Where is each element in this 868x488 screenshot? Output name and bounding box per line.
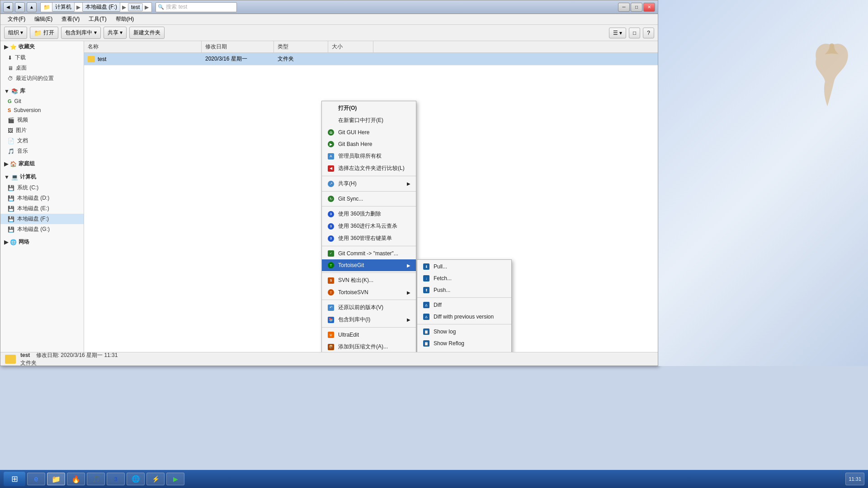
ctx-svn-checkout[interactable]: S SVN 检出(K)... (322, 274, 416, 286)
taskbar-app3[interactable]: ▶ (166, 473, 184, 485)
ctx-include-library[interactable]: 📚 包含到库中(I) ▶ (322, 314, 416, 326)
col-name[interactable]: 名称 (84, 41, 202, 52)
ctx-compress[interactable]: 📦 添加到压缩文件(A)... (322, 341, 416, 352)
menu-help[interactable]: 帮助(H) (111, 14, 139, 24)
search-bar[interactable]: 🔍 搜索 test (156, 2, 237, 12)
taskbar-browser1[interactable]: 🔥 (67, 473, 85, 485)
taskbar-music[interactable]: 🎵 (87, 473, 105, 485)
sidebar-item-desktop[interactable]: 🖥 桌面 (0, 63, 84, 73)
forward-button[interactable]: ▶ (15, 2, 25, 12)
library-arrow: ▶ (407, 317, 410, 322)
tg-browse-references[interactable]: 🔍 Show Reflog (417, 349, 511, 352)
ctx-git-commit[interactable]: ✓ Git Commit -> "master"... (322, 248, 416, 259)
ctx-sep-2 (322, 191, 416, 192)
ctx-360-manage[interactable]: 3 使用 360管理右键菜单 (322, 232, 416, 244)
computer-icon: 💻 (11, 174, 18, 180)
sidebar-item-drive-d[interactable]: 💾 本地磁盘 (D:) (0, 193, 84, 203)
organize-button[interactable]: 组织 ▾ (4, 27, 27, 39)
sidebar-item-drive-g[interactable]: 💾 本地磁盘 (G:) (0, 224, 84, 235)
open-icon: 📁 (34, 29, 42, 37)
sidebar-library-header[interactable]: ▼ 📚 库 (0, 85, 84, 97)
ctx-open-new-window[interactable]: 在新窗口中打开(E) (322, 114, 416, 127)
new-folder-button[interactable]: 新建文件夹 (129, 27, 165, 39)
help-button[interactable]: ? (643, 28, 654, 38)
taskbar-ie[interactable]: e (27, 473, 45, 485)
sidebar-item-drive-c[interactable]: 💾 系统 (C:) (0, 183, 84, 193)
close-button[interactable]: ✕ (643, 3, 655, 12)
ctx-admin[interactable]: A 管理员取得所有权 (322, 150, 416, 162)
ctx-compare-left[interactable]: ◀ 选择左边文件夹进行比较(L) (322, 162, 416, 174)
taskbar-explorer-active[interactable]: 📁 (47, 473, 65, 485)
include-library-button[interactable]: 包含到库中 ▾ (61, 27, 100, 39)
sidebar-section-computer: ▼ 💻 计算机 💾 系统 (C:) 💾 本地磁盘 (D:) 💾 本地磁盘 (E:… (0, 171, 84, 235)
address-bar[interactable]: 📁 计算机 ▶ 本地磁盘 (F:) ▶ test ▶ (40, 2, 152, 12)
breadcrumb-computer[interactable]: 计算机 (52, 2, 75, 12)
ctx-sep-5 (322, 272, 416, 273)
status-type: 文件夹 (20, 359, 118, 367)
maximize-button[interactable]: □ (631, 3, 642, 12)
ctx-open[interactable]: 打开(O) (322, 102, 416, 114)
ctx-360-scan[interactable]: 3 使用 360进行木马云查杀 (322, 220, 416, 232)
sidebar-item-videos[interactable]: 🎬 视频 (0, 115, 84, 125)
sidebar-computer-header[interactable]: ▼ 💻 计算机 (0, 171, 84, 183)
ctx-restore-prev[interactable]: ↶ 还原以前的版本(V) (322, 301, 416, 314)
taskbar-clock[interactable]: 11:31 (845, 473, 864, 485)
ctx-git-gui[interactable]: G Git GUI Here (322, 127, 416, 138)
ctx-git-bash[interactable]: ▶ Git Bash Here (322, 138, 416, 150)
file-row-test[interactable]: test 2020/3/16 星期一 文件夹 (84, 53, 658, 66)
view-list-button[interactable]: ☰ ▾ (609, 28, 626, 38)
ultraedit-icon: U (327, 331, 335, 338)
ctx-git-sync[interactable]: ↻ Git Sync... (322, 193, 416, 205)
video-icon: 🎬 (8, 117, 14, 123)
taskbar-360[interactable]: 3 (107, 473, 125, 485)
taskbar-app2[interactable]: ⚡ (146, 473, 165, 485)
sidebar-item-music[interactable]: 🎵 音乐 (0, 146, 84, 156)
minimize-button[interactable]: ─ (618, 3, 630, 12)
ctx-360-delete[interactable]: 3 使用 360强力删除 (322, 208, 416, 220)
sidebar-favorites-header[interactable]: ▶ ⭐ 收藏夹 (0, 41, 84, 52)
ctx-tortoisegit[interactable]: T TortoiseGit ▶ ⬇ Pull... (322, 259, 416, 271)
menu-tools[interactable]: 工具(T) (84, 14, 111, 24)
open-button[interactable]: 📁 打开 (30, 27, 58, 39)
tg-show-log[interactable]: 📋 Show log (417, 326, 511, 338)
tg-diff-prev[interactable]: Δ Diff with previous version (417, 311, 511, 323)
sidebar-item-git[interactable]: G Git (0, 97, 84, 106)
up-button[interactable]: ▲ (27, 2, 37, 12)
library-icon: 📚 (11, 88, 18, 94)
ctx-tortoiseSVN[interactable]: T TortoiseSVN ▶ (322, 286, 416, 298)
menu-file[interactable]: 文件(F) (3, 14, 30, 24)
sidebar-homegroup-header[interactable]: ▶ 🏠 家庭组 (0, 158, 84, 169)
admin-icon: A (327, 153, 335, 160)
tg-show-reflog[interactable]: 📋 Show Reflog (417, 338, 511, 349)
breadcrumb-drive[interactable]: 本地磁盘 (F:) (82, 2, 120, 12)
taskbar-chrome[interactable]: 🌐 (127, 473, 145, 485)
preview-button[interactable]: □ (629, 28, 640, 38)
sidebar-item-downloads[interactable]: ⬇ 下载 (0, 52, 84, 63)
search-input[interactable]: 搜索 test (166, 3, 187, 11)
col-type[interactable]: 类型 (274, 41, 328, 52)
sidebar-item-recent[interactable]: ⏱ 最近访问的位置 (0, 73, 84, 84)
breadcrumb-test[interactable]: test (128, 3, 143, 11)
sidebar-item-drive-e[interactable]: 💾 本地磁盘 (E:) (0, 203, 84, 214)
col-size[interactable]: 大小 (328, 41, 373, 52)
back-button[interactable]: ◀ (3, 2, 13, 12)
tg-diff[interactable]: Δ Diff (417, 299, 511, 311)
tg-pull[interactable]: ⬇ Pull... (417, 261, 511, 272)
share-button[interactable]: 共享 ▾ (104, 27, 127, 39)
start-button[interactable]: ⊞ (4, 472, 25, 486)
sidebar-item-documents[interactable]: 📄 文档 (0, 136, 84, 146)
menu-view[interactable]: 查看(V) (57, 14, 84, 24)
sidebar-item-pictures[interactable]: 🖼 图片 (0, 125, 84, 136)
sidebar-item-subversion[interactable]: S Subversion (0, 106, 84, 115)
ctx-ultraedit[interactable]: U UltraEdit (322, 329, 416, 341)
menu-edit[interactable]: 编辑(E) (30, 14, 57, 24)
status-info: test 修改日期: 2020/3/16 星期一 11:31 文件夹 (20, 352, 118, 367)
compress-icon: 📦 (327, 343, 335, 351)
col-date[interactable]: 修改日期 (202, 41, 274, 52)
ctx-share[interactable]: ↗ 共享(H) ▶ (322, 178, 416, 190)
tg-push[interactable]: ⬆ Push... (417, 284, 511, 296)
tg-fetch[interactable]: ↓ Fetch... (417, 272, 511, 284)
star-icon: ⭐ (10, 44, 17, 50)
sidebar-network-header[interactable]: ▶ 🌐 网络 (0, 236, 84, 248)
sidebar-item-drive-f[interactable]: 💾 本地磁盘 (F:) (0, 214, 84, 224)
